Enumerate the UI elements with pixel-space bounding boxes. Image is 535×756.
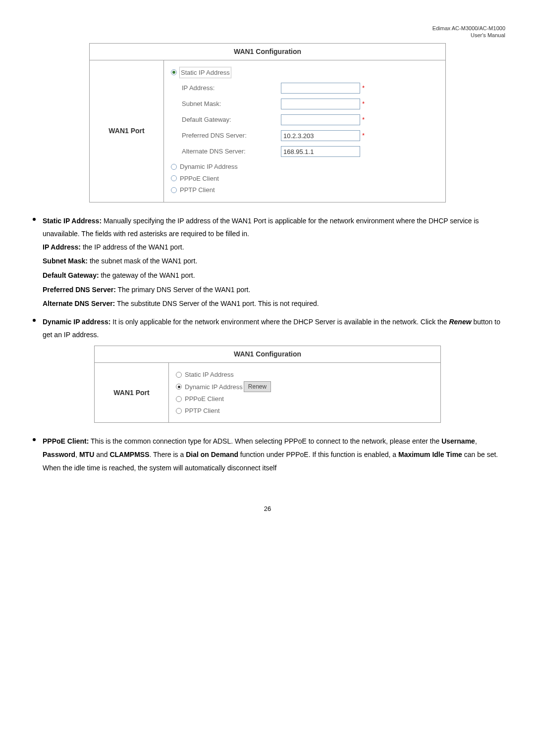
b3-c: function under PPPoE. If this function i… — [238, 451, 398, 458]
table2-title: WAN1 Configuration — [95, 346, 441, 362]
ip-rest: the IP address of the WAN1 port. — [81, 243, 184, 251]
page-number: 26 — [30, 504, 505, 514]
radio-icon — [171, 69, 177, 75]
radio-pptp-label: PPTP Client — [180, 185, 215, 195]
b3-username: Username — [441, 437, 475, 445]
b3-password: Password — [43, 451, 75, 458]
radio-dynamic-label: Dynamic IP Address — [180, 162, 238, 172]
subnet-strong: Subnet Mask: — [43, 257, 88, 265]
b2-renew: Renew — [449, 318, 471, 326]
b3-mtu: MTU — [79, 451, 94, 458]
radio2-pppoe-label: PPPoE Client — [185, 394, 224, 404]
wan1-port-label: WAN1 Port — [90, 60, 164, 202]
b3-strong: PPPoE Client: — [43, 437, 89, 445]
bullet-icon — [33, 319, 36, 322]
ip-label: IP Address: — [182, 83, 281, 93]
ip-strong: IP Address: — [43, 243, 81, 251]
radio2-pptp-label: PPTP Client — [185, 406, 220, 416]
header-manual: User's Manual — [471, 32, 505, 38]
b3-a: This is the common connection type for A… — [89, 437, 441, 445]
radio2-pptp[interactable]: PPTP Client — [176, 406, 433, 416]
radio-dynamic-ip[interactable]: Dynamic IP Address — [171, 162, 438, 172]
b3-mit: Maximum Idle Time — [398, 451, 462, 458]
wan1-config-table-static: WAN1 Configuration WAN1 Port Static IP A… — [89, 43, 446, 202]
radio-icon — [176, 408, 182, 414]
radio-pppoe[interactable]: PPPoE Client — [171, 174, 438, 184]
renew-button[interactable]: Renew — [244, 381, 271, 392]
bullet-static-ip: Static IP Address: Manually specifying t… — [30, 214, 505, 241]
gateway-rest: the gateway of the WAN1 port. — [99, 271, 195, 279]
radio2-pppoe[interactable]: PPPoE Client — [176, 394, 433, 404]
b2-strong: Dynamic IP address: — [43, 318, 110, 326]
gateway-row: Default Gateway: * — [182, 114, 438, 125]
pdns-row: Preferred DNS Server: * — [182, 130, 438, 141]
radio-pptp[interactable]: PPTP Client — [171, 185, 438, 195]
sub-fields-desc: IP Address: the IP address of the WAN1 p… — [43, 241, 505, 310]
radio-static-ip[interactable]: Static IP Address — [171, 67, 438, 78]
b3-and: and — [94, 451, 109, 458]
subnet-rest: the subnet mask of the WAN1 port. — [88, 257, 197, 265]
asterisk: * — [362, 115, 365, 125]
radio-icon — [176, 384, 182, 390]
bullet-pppoe: PPPoE Client: This is the common connect… — [30, 435, 505, 474]
radio2-static-label: Static IP Address — [185, 370, 234, 380]
wan1-port-label-2: WAN1 Port — [95, 362, 169, 423]
subnet-row: Subnet Mask: * — [182, 99, 438, 109]
adns-label: Alternate DNS Server: — [182, 147, 281, 156]
ip-address-row: IP Address: * — [182, 83, 438, 94]
table1-title: WAN1 Configuration — [90, 43, 446, 60]
pdns-label: Preferred DNS Server: — [182, 131, 281, 141]
radio-icon — [176, 396, 182, 402]
gateway-label: Default Gateway: — [182, 115, 281, 125]
adns-rest: The substitute DNS Server of the WAN1 po… — [115, 300, 319, 307]
adns-strong: Alternate DNS Server: — [43, 300, 115, 307]
header-product: Edimax AC-M3000/AC-M1000 — [432, 25, 505, 31]
asterisk: * — [362, 83, 365, 93]
pdns-input[interactable] — [281, 130, 360, 141]
subnet-label: Subnet Mask: — [182, 99, 281, 109]
b3-clampmss: CLAMPMSS — [109, 451, 149, 458]
ip-input[interactable] — [281, 83, 360, 94]
radio-icon — [171, 164, 177, 170]
pdns-rest: The primary DNS Server of the WAN1 port. — [116, 286, 251, 294]
radio-pppoe-label: PPPoE Client — [180, 174, 219, 184]
b3-b: . There is a — [150, 451, 186, 458]
radio2-dynamic-label: Dynamic IP Address — [185, 382, 243, 392]
b1-rest: Manually specifying the IP address of th… — [43, 217, 479, 238]
bullet-dynamic-ip: Dynamic IP address: It is only applicabl… — [30, 315, 505, 342]
radio2-dynamic[interactable]: Dynamic IP Address Renew — [176, 381, 433, 392]
bullet-icon — [33, 438, 36, 441]
b1-strong: Static IP Address: — [43, 217, 102, 225]
subnet-input[interactable] — [281, 99, 360, 109]
adns-input[interactable] — [281, 146, 360, 157]
b3-c2: , — [75, 451, 79, 458]
radio-static-label: Static IP Address — [180, 67, 231, 78]
asterisk: * — [362, 131, 365, 141]
wan1-config-table-dynamic: WAN1 Configuration WAN1 Port Static IP A… — [94, 346, 441, 423]
radio2-static[interactable]: Static IP Address — [176, 370, 433, 380]
pdns-strong: Preferred DNS Server: — [43, 286, 116, 294]
adns-row: Alternate DNS Server: — [182, 146, 438, 157]
bullet-icon — [33, 218, 36, 221]
b2-a: It is only applicable for the network en… — [110, 318, 449, 326]
b3-c1: , — [475, 437, 477, 445]
doc-header: Edimax AC-M3000/AC-M1000 User's Manual — [30, 25, 505, 39]
radio-icon — [171, 187, 177, 193]
asterisk: * — [362, 99, 365, 109]
radio-icon — [176, 372, 182, 378]
gateway-input[interactable] — [281, 114, 360, 125]
gateway-strong: Default Gateway: — [43, 271, 99, 279]
b3-dod: Dial on Demand — [186, 451, 238, 458]
radio-icon — [171, 175, 177, 181]
